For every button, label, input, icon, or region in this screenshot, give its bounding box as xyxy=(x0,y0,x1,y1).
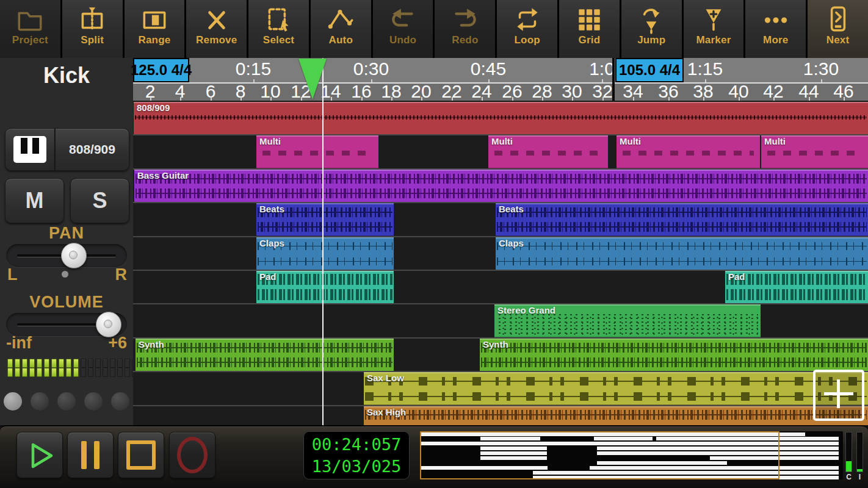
toolbar-button-range[interactable]: Range xyxy=(125,0,185,58)
toolbar-button-label: Next xyxy=(826,34,850,46)
volume-slider[interactable] xyxy=(6,313,127,336)
meter-segment xyxy=(37,368,42,377)
clip-label: Claps xyxy=(259,238,284,248)
jump-icon xyxy=(636,4,667,35)
toolbar-button-label: Redo xyxy=(452,34,478,46)
folder-icon xyxy=(15,4,45,35)
audio-clip-bass-guitar[interactable]: Bass Guitar xyxy=(134,170,868,203)
midi-dashes xyxy=(494,151,602,156)
toolbar-button-marker[interactable]: Marker xyxy=(684,0,744,58)
time-label: 0:30 xyxy=(353,59,389,79)
audio-clip-multi[interactable]: Multi xyxy=(761,135,868,168)
audio-clip-multi[interactable]: Multi xyxy=(256,135,378,168)
audio-clip-synth[interactable]: Synth xyxy=(136,339,394,371)
clip-label: 808/909 xyxy=(137,102,170,113)
toolbar-button-label: Split xyxy=(81,34,104,46)
pause-button[interactable] xyxy=(67,432,114,478)
instrument-editor-button[interactable] xyxy=(5,128,55,171)
toolbar-button-label: More xyxy=(763,34,788,46)
instrument-select-button[interactable]: 808/909 xyxy=(55,128,129,171)
toolbar-button-jump[interactable]: Jump xyxy=(621,0,682,58)
midi-notes xyxy=(497,313,758,335)
clip-label: Sax High xyxy=(367,407,406,417)
toolbar-button-label: Undo xyxy=(389,34,416,46)
pan-slider[interactable] xyxy=(6,244,127,267)
clip-label: Multi xyxy=(764,136,786,146)
audio-clip-synth[interactable]: Synth xyxy=(480,339,868,371)
split-icon xyxy=(77,4,107,35)
audio-clip-claps[interactable]: Claps xyxy=(256,237,394,270)
audio-clip-beats[interactable]: Beats xyxy=(256,203,394,236)
toolbar-button-label: Project xyxy=(12,34,48,46)
audio-clip-808-909[interactable]: 808/909 xyxy=(134,102,868,135)
meter-segment xyxy=(110,368,115,377)
audio-clip-claps[interactable]: Claps xyxy=(496,237,868,270)
pan-left-label: L xyxy=(7,265,18,284)
solo-button[interactable]: S xyxy=(70,178,129,223)
audio-clip-sax-high[interactable]: Sax High xyxy=(364,406,868,425)
waveform xyxy=(136,178,867,179)
toolbar-button-select[interactable]: Select xyxy=(248,0,309,58)
overview-clip-bar xyxy=(480,447,547,450)
clip-label: Multi xyxy=(491,136,513,146)
page-dot-0[interactable] xyxy=(4,392,22,411)
overview-clip-bar xyxy=(533,476,839,479)
page-dot-4[interactable] xyxy=(111,392,129,411)
audio-clip-stereo-grand[interactable]: Stereo Grand xyxy=(494,304,761,337)
stop-button[interactable] xyxy=(118,432,164,478)
audio-clip-beats[interactable]: Beats xyxy=(496,203,868,236)
tempo-marker[interactable]: 105.0 4/4 xyxy=(615,58,684,82)
playhead-line xyxy=(322,58,324,425)
add-track-button[interactable] xyxy=(813,370,864,421)
toolbar-button-project[interactable]: Project xyxy=(0,0,60,58)
track-panel: Kick 808/909 M S PAN L R VOLUME -inf +6 xyxy=(0,58,134,425)
meter-segment xyxy=(7,359,13,368)
toolbar-button-next[interactable]: Next xyxy=(808,0,868,58)
position-readout: 00:24:057 xyxy=(312,434,401,456)
page-dot-3[interactable] xyxy=(84,392,103,411)
toolbar-button-remove[interactable]: Remove xyxy=(186,0,247,58)
record-button[interactable] xyxy=(169,432,215,478)
pan-knob[interactable] xyxy=(61,243,87,268)
meter-segment xyxy=(22,368,27,377)
audio-clip-multi[interactable]: Multi xyxy=(488,135,608,168)
level-meter-left xyxy=(7,359,152,367)
audio-clip-pad[interactable]: Pad xyxy=(256,271,394,304)
toolbar-button-label: Marker xyxy=(696,34,731,46)
ruler-time-row[interactable]: 0:150:300:451:01:151:30 xyxy=(133,58,868,84)
meter-slot-c xyxy=(845,432,852,472)
audio-clip-multi[interactable]: Multi xyxy=(617,135,760,168)
waveform xyxy=(497,246,867,246)
range-icon xyxy=(139,4,170,35)
project-overview-minimap[interactable] xyxy=(420,431,843,479)
page-dot-2[interactable] xyxy=(57,392,76,411)
mute-button[interactable]: M xyxy=(5,178,64,223)
piano-icon xyxy=(13,136,46,163)
meter-segment xyxy=(44,368,49,377)
toolbar-button-undo[interactable]: Undo xyxy=(373,0,433,58)
pan-right-label: R xyxy=(115,265,128,284)
audio-clip-sax-low[interactable]: Sax Low xyxy=(364,372,868,405)
waveform xyxy=(481,347,867,348)
meter-segment xyxy=(44,359,49,368)
meter-segment xyxy=(81,368,86,377)
play-button[interactable] xyxy=(16,432,63,478)
transport-bar: 00:24:057 13/03/025 C I xyxy=(0,425,868,488)
toolbar-button-split[interactable]: Split xyxy=(62,0,123,58)
audio-clip-pad[interactable]: Pad xyxy=(725,271,868,304)
playhead-marker[interactable] xyxy=(298,59,327,99)
page-dot-1[interactable] xyxy=(31,392,49,411)
clip-label: Synth xyxy=(139,339,164,350)
clip-label: Multi xyxy=(620,136,641,146)
daw-app: ProjectSplitRangeRemoveSelectAutoUndoRed… xyxy=(0,0,868,488)
toolbar-button-loop[interactable]: Loop xyxy=(497,0,557,58)
toolbar-button-auto[interactable]: Auto xyxy=(311,0,371,58)
ruler-bar-row[interactable]: 2468101214161820222426283032343638404244… xyxy=(133,84,868,102)
toolbar-button-grid[interactable]: Grid xyxy=(559,0,620,58)
midi-dashes xyxy=(623,151,754,156)
select-icon xyxy=(264,4,294,35)
toolbar-button-redo[interactable]: Redo xyxy=(435,0,495,58)
tempo-marker[interactable]: 125.0 4/4 xyxy=(133,58,189,82)
toolbar-button-more[interactable]: More xyxy=(745,0,806,58)
meter-segment xyxy=(15,368,20,377)
